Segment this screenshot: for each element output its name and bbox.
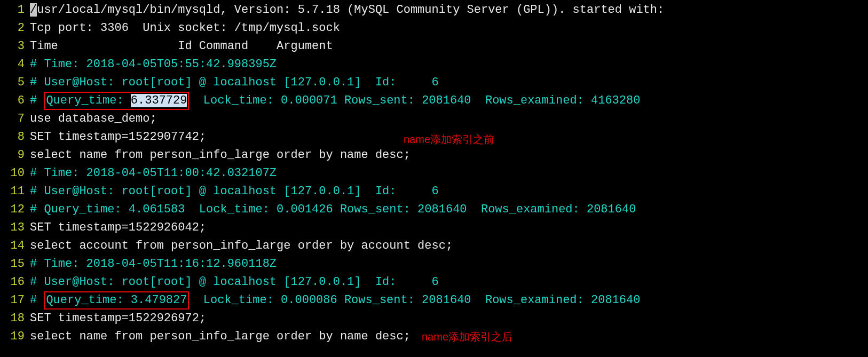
code-line: 13 SET timestamp=1522926042;	[0, 219, 868, 237]
code-line: 7 use database_demo;	[0, 110, 868, 128]
line-number: 9	[0, 146, 30, 164]
code-text: SET timestamp=1522926972;	[30, 310, 868, 328]
code-text: # User@Host: root[root] @ localhost [127…	[30, 273, 868, 291]
code-line: 15 # Time: 2018-04-05T11:16:12.960118Z	[0, 255, 868, 273]
line-number: 18	[0, 310, 30, 328]
line-number: 14	[0, 237, 30, 255]
code-text: # Time: 2018-04-05T05:55:42.998395Z	[30, 55, 868, 74]
line-number: 2	[0, 19, 30, 37]
highlight-box-query-time-1: Query_time: 6.337729	[44, 92, 189, 110]
code-line: 8 SET timestamp=1522907742;	[0, 128, 868, 146]
code-line: 16 # User@Host: root[root] @ localhost […	[0, 273, 868, 291]
code-line: 19 select name from person_info_large or…	[0, 328, 868, 346]
code-text: Time Id Command Argument	[30, 37, 868, 55]
highlight-box-query-time-2: Query_time: 3.479827	[44, 291, 189, 310]
code-text: select name from person_info_large order…	[30, 146, 868, 164]
code-text: # Query_time: 4.061583 Lock_time: 0.0014…	[30, 201, 868, 219]
cursor: /	[30, 3, 37, 17]
code-text: SET timestamp=1522926042;	[30, 219, 868, 237]
line-number: 8	[0, 128, 30, 146]
code-line: 1 /usr/local/mysql/bin/mysqld, Version: …	[0, 1, 868, 19]
code-line: 3 Time Id Command Argument	[0, 37, 868, 55]
code-line: 9 select name from person_info_large ord…	[0, 146, 868, 164]
code-text: # User@Host: root[root] @ localhost [127…	[30, 183, 868, 201]
code-line: 12 # Query_time: 4.061583 Lock_time: 0.0…	[0, 201, 868, 219]
code-text: # Query_time: 6.337729 Lock_time: 0.0000…	[30, 92, 868, 110]
line-number: 3	[0, 37, 30, 55]
line-number: 4	[0, 55, 30, 74]
line-number: 13	[0, 219, 30, 237]
terminal-editor[interactable]: name添加索引之前 name添加索引之后 1 /usr/local/mysql…	[0, 0, 868, 346]
code-text: # Query_time: 3.479827 Lock_time: 0.0000…	[30, 291, 868, 310]
code-line: 18 SET timestamp=1522926972;	[0, 310, 868, 328]
code-text: /usr/local/mysql/bin/mysqld, Version: 5.…	[30, 1, 868, 19]
line-number: 11	[0, 183, 30, 201]
line-number: 17	[0, 291, 30, 310]
code-line: 2 Tcp port: 3306 Unix socket: /tmp/mysql…	[0, 19, 868, 37]
line-number: 5	[0, 74, 30, 92]
code-text: select account from person_info_large or…	[30, 237, 868, 255]
line-number: 15	[0, 255, 30, 273]
selection: 6.337729	[131, 94, 187, 107]
line-number: 16	[0, 273, 30, 291]
line-number: 19	[0, 328, 30, 346]
code-line: 11 # User@Host: root[root] @ localhost […	[0, 183, 868, 201]
code-text: select name from person_info_large order…	[30, 328, 868, 346]
line-number: 6	[0, 92, 30, 110]
code-text: # Time: 2018-04-05T11:00:42.032107Z	[30, 164, 868, 183]
code-line: 17 # Query_time: 3.479827 Lock_time: 0.0…	[0, 291, 868, 310]
code-text: # User@Host: root[root] @ localhost [127…	[30, 74, 868, 92]
code-line: 14 select account from person_info_large…	[0, 237, 868, 255]
code-line: 6 # Query_time: 6.337729 Lock_time: 0.00…	[0, 92, 868, 110]
code-text: Tcp port: 3306 Unix socket: /tmp/mysql.s…	[30, 19, 868, 37]
code-line: 4 # Time: 2018-04-05T05:55:42.998395Z	[0, 55, 868, 74]
code-text: # Time: 2018-04-05T11:16:12.960118Z	[30, 255, 868, 273]
line-number: 10	[0, 164, 30, 183]
line-number: 7	[0, 110, 30, 128]
code-text: SET timestamp=1522907742;	[30, 128, 868, 146]
line-number: 1	[0, 1, 30, 19]
code-line: 5 # User@Host: root[root] @ localhost [1…	[0, 74, 868, 92]
code-line: 10 # Time: 2018-04-05T11:00:42.032107Z	[0, 164, 868, 183]
line-number: 12	[0, 201, 30, 219]
code-text: use database_demo;	[30, 110, 868, 128]
